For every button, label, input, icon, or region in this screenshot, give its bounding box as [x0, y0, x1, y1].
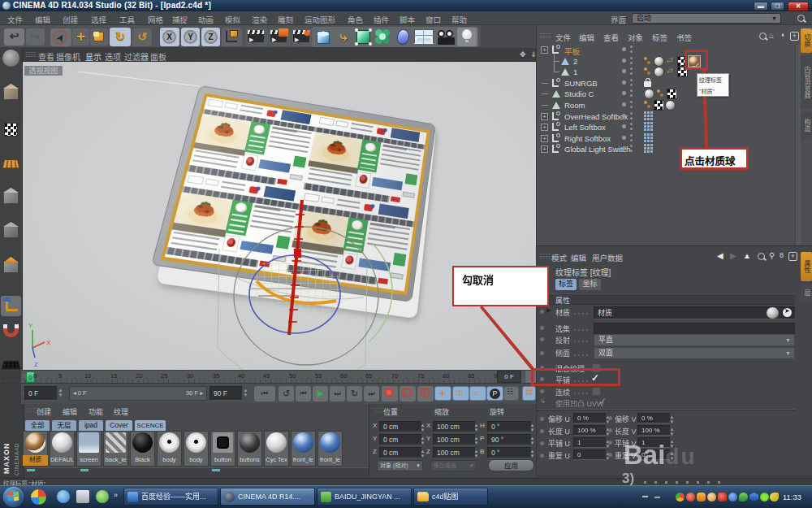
- svg-text:Z: Z: [34, 361, 38, 368]
- svg-text:Y: Y: [28, 322, 33, 329]
- svg-text:X: X: [46, 339, 51, 346]
